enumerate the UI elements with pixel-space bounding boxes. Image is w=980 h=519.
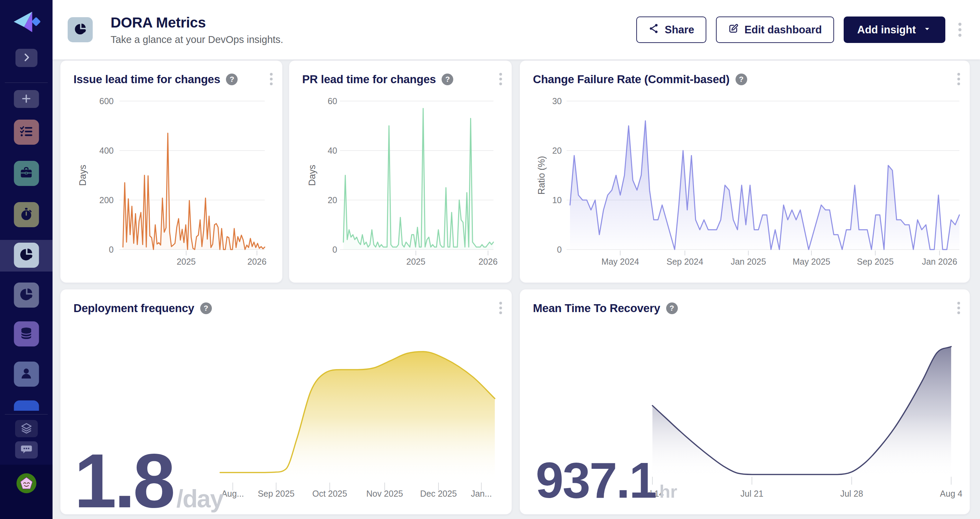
svg-text:400: 400 [99,146,114,155]
sidebar [0,0,52,519]
share-button[interactable]: Share [636,16,706,43]
sidebar-item-dashboards[interactable] [14,243,39,268]
caret-down-icon [923,24,932,36]
pie-chart-icon [19,248,33,263]
svg-text:600: 600 [99,96,114,106]
svg-text:Jan 2025: Jan 2025 [731,257,766,267]
svg-text:Days: Days [78,164,88,186]
app-window: DORA Metrics Take a glance at your DevOp… [0,0,980,519]
card-kebab-menu-icon[interactable] [270,73,273,85]
page-title: DORA Metrics [111,14,283,31]
help-icon[interactable]: ? [226,73,238,85]
share-icon [648,23,659,37]
page-header: DORA Metrics Take a glance at your DevOp… [52,0,980,59]
database-icon [19,327,33,341]
app-logo-icon[interactable] [11,9,42,36]
card-deployment-frequency: Deployment frequency ? Aug...Sep 2025Oct… [60,289,512,514]
svg-text:Oct 2025: Oct 2025 [312,489,347,498]
svg-text:Nov 2025: Nov 2025 [366,489,403,498]
help-icon[interactable]: ? [442,73,453,85]
sidebar-item-data[interactable] [14,321,39,347]
card-title: Change Failure Rate (Commit-based) [533,73,730,86]
chat-icon [20,443,33,457]
svg-text:Aug 4: Aug 4 [940,489,962,498]
plus-icon [21,93,32,105]
svg-text:10: 10 [552,195,562,205]
card-pr-lead-time: PR lead time for changes ? 0204060Days20… [289,60,512,283]
mttr-value: 937.1hr [536,461,677,502]
checklist-icon [19,125,33,139]
svg-text:200: 200 [99,195,114,205]
svg-text:Jan...: Jan... [471,489,492,498]
stopwatch-icon [19,207,33,222]
pie-chart-icon [74,23,87,37]
svg-text:Jul 21: Jul 21 [740,489,763,498]
issue-lead-time-chart: 0200400600Days20252026 [60,93,283,283]
svg-text:30: 30 [552,96,562,106]
edit-dashboard-button[interactable]: Edit dashboard [716,16,834,43]
dashboard-tile [68,17,93,42]
card-kebab-menu-icon[interactable] [957,73,960,85]
svg-text:2025: 2025 [406,257,425,267]
page-subtitle: Take a glance at your DevOps insights. [111,34,283,45]
svg-text:2026: 2026 [247,257,266,267]
sidebar-item-tasks[interactable] [14,120,39,145]
sidebar-item-people[interactable] [14,362,39,386]
card-issue-lead-time: Issue lead time for changes ? 0200400600… [60,60,283,283]
svg-text:Sep 2024: Sep 2024 [667,257,703,267]
svg-text:2025: 2025 [177,257,196,267]
svg-text:Sep 2025: Sep 2025 [857,257,894,267]
card-title: PR lead time for changes [302,73,436,86]
svg-text:0: 0 [332,245,337,254]
sidebar-item-chat[interactable] [15,441,38,458]
svg-text:Days: Days [307,164,317,186]
sidebar-item-toolbox[interactable] [14,161,39,186]
svg-text:Jan 2026: Jan 2026 [922,257,957,267]
content-area: DORA Metrics Take a glance at your DevOp… [52,0,980,519]
card-change-failure-rate: Change Failure Rate (Commit-based) ? 010… [520,60,970,283]
sidebar-item-timer[interactable] [14,202,39,227]
svg-text:May 2024: May 2024 [601,257,639,267]
svg-text:2026: 2026 [478,257,498,267]
svg-text:0: 0 [557,245,562,254]
sidebar-item-insights[interactable] [14,283,39,308]
sidebar-collapse-toggle[interactable] [16,49,37,67]
card-mean-time-to-recovery: Mean Time To Recovery ? Jul 14Jul 21Jul … [520,289,970,514]
svg-text:Jul 28: Jul 28 [840,489,863,498]
svg-text:40: 40 [328,146,337,155]
pr-lead-time-chart: 0204060Days20252026 [289,93,512,283]
svg-text:Dec 2025: Dec 2025 [420,489,457,498]
svg-text:Aug...: Aug... [221,489,244,498]
add-insight-button[interactable]: Add insight [844,16,945,43]
svg-text:Sep 2025: Sep 2025 [258,489,294,498]
card-kebab-menu-icon[interactable] [499,73,502,85]
change-failure-rate-chart: 0102030Ratio (%)May 2024Sep 2024Jan 2025… [520,93,970,283]
deployment-frequency-value: 1.8/day [74,450,223,513]
person-icon [19,367,33,382]
svg-text:0: 0 [109,245,114,254]
svg-text:20: 20 [328,195,337,205]
sidebar-divider [5,414,48,415]
edit-icon [728,23,739,37]
svg-text:60: 60 [328,96,337,106]
sidebar-item-create[interactable] [14,90,39,108]
svg-text:Ratio (%): Ratio (%) [536,156,547,195]
sidebar-divider [5,83,48,83]
pie-chart-icon [19,287,33,303]
svg-text:20: 20 [552,146,562,155]
briefcase-icon [19,166,33,181]
help-icon[interactable]: ? [735,73,747,85]
svg-text:May 2025: May 2025 [792,257,830,267]
chevron-right-icon [21,51,32,64]
card-title: Issue lead time for changes [73,73,220,86]
sidebar-item-more[interactable] [14,401,39,411]
dashboard-grid: Issue lead time for changes ? 0200400600… [52,59,980,519]
sidebar-item-layers[interactable] [15,420,38,437]
header-kebab-menu-icon[interactable] [958,23,961,37]
user-avatar[interactable] [16,473,37,493]
layers-icon [20,422,33,436]
